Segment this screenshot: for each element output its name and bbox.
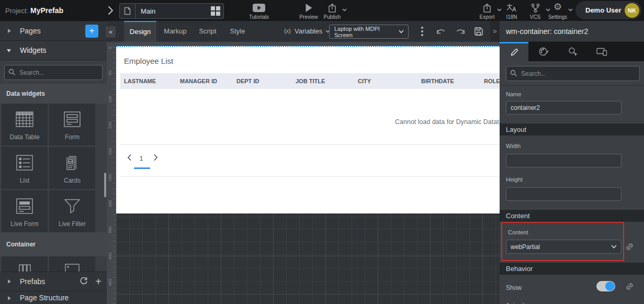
more-options-button[interactable] [421,27,423,36]
design-canvas: 0 50 100 150 200 250 300 350 400 450 Emp… [107,42,500,304]
sidebar-item-widgets[interactable]: Widgets [0,40,107,60]
list-icon [14,152,35,174]
play-icon [306,4,312,13]
magnifier-cursor-icon [568,47,578,57]
palette-icon [538,47,549,57]
collapse-sidebar-button[interactable]: « [106,26,116,38]
name-label: Name [506,91,521,97]
pages-grid-icon[interactable] [211,6,220,16]
publish-button[interactable]: Publish [319,2,345,20]
tab-styles[interactable] [529,42,558,61]
height-field[interactable] [506,187,622,201]
add-page-button[interactable]: + [85,25,98,38]
chevron-down-icon [342,8,347,12]
panel-tabbar [500,42,644,61]
tab-design[interactable]: Design [124,21,156,42]
data-table-icon [14,108,35,130]
variables-button[interactable]: {x} Variables [284,21,330,42]
expand-panel-button[interactable]: » [490,21,500,42]
pagination-next-button[interactable] [153,154,158,163]
save-button[interactable] [473,26,484,37]
canvas-grid[interactable] [116,213,500,304]
content-select[interactable]: webPartial [506,240,622,254]
sidebar-item-pages[interactable]: Pages + [0,21,107,41]
publish-icon [327,3,337,13]
page-tab-label: Main [135,7,211,15]
chevron-down-icon [568,8,573,12]
chevron-right-icon[interactable] [108,6,114,15]
form-icon [62,108,83,130]
width-field[interactable] [506,154,622,167]
live-form-icon [14,195,35,217]
layout-grid-icon [14,264,35,272]
section-behavior[interactable]: Behavior [500,263,644,275]
redo-button[interactable] [455,27,466,35]
avatar: NK [625,3,639,18]
undo-icon [435,27,446,35]
vertical-ruler: 0 50 100 150 200 250 300 350 400 450 [107,42,116,304]
page-preview[interactable]: Employee List LASTNAME MANAGER ID DEPT I… [116,46,500,213]
settings-button[interactable]: ⚙ Settings [544,2,571,20]
search-icon [510,70,517,77]
section-content[interactable]: Content [500,210,644,222]
user-name: Demo User [585,6,622,14]
property-search-input[interactable] [520,66,637,81]
user-menu[interactable]: Demo User NK [575,1,641,19]
refresh-prefabs-button[interactable] [80,277,88,286]
width-label: Width [506,143,521,149]
sidebar-item-page-structure[interactable]: Page Structure [0,291,107,304]
device-selector[interactable]: Laptop with MDPI Screen [329,25,409,39]
undo-button[interactable] [435,27,446,35]
widget-search [4,65,103,80]
widget-search-input[interactable] [18,65,100,80]
widget-data-table[interactable]: Data Table [2,104,48,145]
pencil-icon [510,48,519,57]
widget-list[interactable]: List [2,147,48,189]
name-field[interactable] [506,101,622,115]
page-tab-main[interactable]: Main [119,3,224,19]
tab-markup[interactable]: Markup [161,21,189,42]
widget-live-filter[interactable]: Live Filter [49,190,95,232]
selected-widget-title: wm-container: container2 [500,21,644,42]
devices-icon [596,47,607,56]
search-icon [8,69,16,76]
chevron-right-icon [8,29,11,33]
sidebar-item-prefabs[interactable]: Prefabs + [0,272,107,291]
show-label: Show [506,284,522,291]
widget-form[interactable]: Form [49,104,95,145]
chevron-down-icon [7,49,11,52]
section-layout[interactable]: Layout [500,123,644,136]
top-header-bar: Project:MyPrefab Main Tutorials Preview … [0,0,644,21]
bind-show-button[interactable] [625,282,634,291]
widget-layout-grid[interactable] [2,256,48,272]
widget-cards[interactable]: Cards [49,147,95,189]
export-icon [482,3,492,13]
redo-icon [455,27,466,35]
project-name: Project:MyPrefab [5,6,63,15]
tab-style[interactable]: Style [226,21,249,42]
translate-icon [506,3,517,12]
cards-icon [62,152,83,174]
show-toggle[interactable] [596,281,615,291]
sidebar-scrollbar[interactable] [104,173,106,197]
tab-devices[interactable] [587,42,616,61]
datatable-title: Employee List [124,57,173,65]
bind-content-button[interactable] [625,242,634,251]
save-icon [473,26,484,37]
pagination-page-number[interactable]: 1 [139,154,144,162]
tab-script[interactable]: Script [194,21,221,42]
tab-properties[interactable] [500,42,528,61]
tutorials-button[interactable]: Tutorials [246,2,272,20]
tab-inspect[interactable] [558,42,587,61]
youtube-icon [252,3,266,14]
table-header-row: LASTNAME MANAGER ID DEPT ID JOB TITLE CI… [120,73,500,89]
link-icon [625,282,634,291]
pagination-prev-button[interactable] [127,154,132,163]
live-filter-icon [62,195,83,217]
animation-label: Animation [506,302,532,304]
widget-container[interactable] [49,256,95,272]
widget-live-form[interactable]: Live Form [2,190,48,232]
chevron-right-icon [8,279,11,284]
divider [120,144,500,145]
add-prefab-button[interactable]: + [95,272,101,291]
